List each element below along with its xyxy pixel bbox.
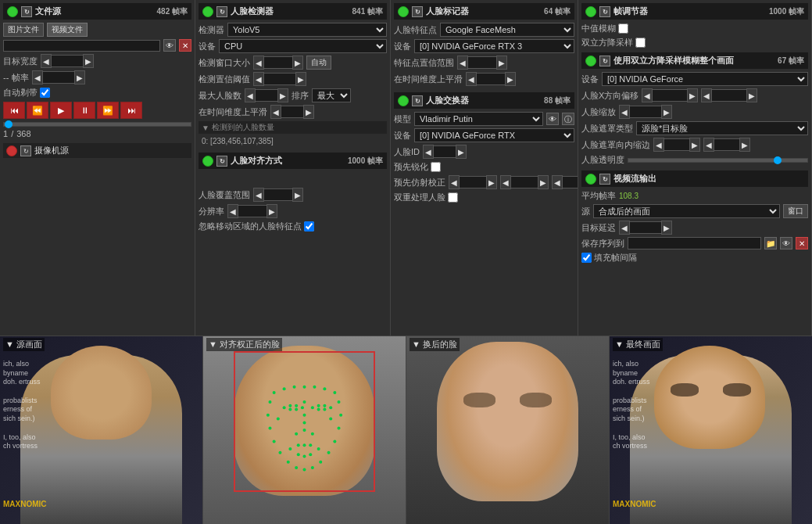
transport-play[interactable]: ▶ (50, 102, 72, 119)
range-incr[interactable]: ▶ (496, 56, 507, 70)
scale-decr[interactable]: ◀ (619, 105, 630, 119)
sync-swapper[interactable]: ↻ (412, 95, 423, 106)
model-info-btn[interactable]: ⓘ (562, 113, 574, 125)
auto-btn[interactable]: 自动 (306, 56, 331, 70)
opacity-slider[interactable] (628, 158, 808, 163)
camera-source-header[interactable]: ↻ 摄像机源 (3, 143, 191, 158)
sync-detector[interactable]: ↻ (216, 6, 227, 17)
tab-video-file[interactable]: 视频文件 (47, 23, 88, 37)
max-faces-incr[interactable]: ▶ (277, 88, 288, 102)
max-faces-decr[interactable]: ◀ (245, 88, 256, 102)
blur-input[interactable]: 25 (714, 138, 739, 151)
blur-incr[interactable]: ▶ (739, 138, 750, 152)
sync-marker[interactable]: ↻ (412, 6, 423, 17)
x-offset-incr[interactable]: ▶ (687, 88, 698, 102)
target-width-input[interactable]: 自动 (52, 55, 83, 67)
close-btn-file[interactable]: ✕ (179, 39, 191, 52)
eye-btn-file[interactable]: 👁 (163, 39, 176, 52)
sync-align[interactable]: ↻ (216, 156, 227, 167)
save-eye-btn[interactable]: 👁 (780, 237, 792, 249)
scale-input[interactable]: 1.00 (630, 106, 661, 118)
landmark-select[interactable]: Google FaceMesh (440, 23, 574, 37)
power-align[interactable] (202, 156, 213, 167)
power-detector[interactable] (202, 6, 213, 17)
swapper-device-select[interactable]: [0] NVIDIA GeForce RTX (414, 128, 574, 142)
target-width-decr[interactable]: ◀ (41, 54, 52, 68)
power-swapper[interactable] (398, 95, 409, 106)
face-id-decr[interactable]: ◀ (423, 145, 434, 159)
resolution-input[interactable]: 224 (238, 205, 266, 217)
power-bilinear[interactable] (585, 56, 596, 66)
power-camera[interactable] (6, 145, 17, 156)
preaff1-decr[interactable]: ◀ (449, 175, 460, 189)
sync-btn-file[interactable]: ↻ (21, 6, 32, 17)
preaff3-input[interactable]: 1.00 (563, 176, 578, 188)
marker-smooth-decr[interactable]: ◀ (466, 72, 477, 86)
fps-decr[interactable]: ◀ (32, 70, 43, 84)
save-close-btn[interactable]: ✕ (796, 237, 808, 249)
y-offset-input[interactable]: 0.000 (712, 89, 746, 102)
median-check[interactable] (618, 23, 628, 34)
mask-type-select[interactable]: 源脸*目标脸 (636, 121, 808, 135)
save-path-input[interactable]: ... (628, 237, 761, 249)
preaff1-incr[interactable]: ▶ (486, 175, 497, 189)
threshold-decr[interactable]: ◀ (253, 72, 264, 86)
threshold-input[interactable]: 0.50 (264, 73, 295, 85)
window-size-decr[interactable]: ◀ (253, 56, 264, 70)
bilateral-check[interactable] (635, 38, 646, 48)
sync-stream[interactable]: ↻ (599, 174, 610, 185)
transport-pause[interactable]: ⏸ (73, 102, 95, 119)
threshold-incr[interactable]: ▶ (295, 72, 306, 86)
sort-select[interactable]: 最大 (312, 88, 351, 102)
smooth-decr[interactable]: ◀ (270, 105, 281, 119)
sync-camera[interactable]: ↻ (20, 145, 31, 156)
target-width-incr[interactable]: ▶ (83, 54, 94, 68)
y-offset-incr[interactable]: ▶ (746, 88, 757, 102)
preaff2-input[interactable]: 1.00 (511, 176, 538, 188)
face-id-input[interactable]: 0 (434, 145, 456, 158)
range-input[interactable]: 1.3 (468, 56, 496, 69)
folder-btn[interactable]: 📁 (764, 237, 777, 249)
position-slider[interactable] (3, 122, 191, 127)
presharpen-check[interactable] (431, 162, 441, 172)
erode-incr[interactable]: ▶ (689, 138, 700, 152)
adjuster-device-select[interactable]: [0] NVIDIA GeForce (602, 72, 808, 86)
erode-input[interactable]: 5 (664, 138, 689, 151)
fill-frames-check[interactable] (581, 253, 592, 263)
sync-bilinear[interactable]: ↻ (599, 56, 610, 66)
power-adjuster[interactable] (585, 6, 596, 17)
fps-incr[interactable]: ▶ (74, 70, 85, 84)
transport-end[interactable]: ⏭ (120, 102, 142, 119)
marker-smooth-incr[interactable]: ▶ (505, 72, 516, 86)
range-decr[interactable]: ◀ (457, 56, 468, 70)
detector-select[interactable]: YoloV5 (227, 23, 387, 37)
preaff1-input[interactable]: 1.00 (460, 176, 486, 188)
smooth-incr[interactable]: ▶ (303, 105, 314, 119)
preaff2-incr[interactable]: ▶ (538, 175, 549, 189)
window-btn[interactable]: 窗口 (783, 204, 808, 218)
model-eye-btn[interactable]: 👁 (546, 113, 559, 125)
delay-input[interactable]: 500 (630, 221, 661, 234)
fps-input[interactable]: 自动 (43, 71, 74, 84)
power-stream[interactable] (585, 174, 596, 185)
transport-next[interactable]: ⏩ (97, 102, 119, 119)
delay-decr[interactable]: ◀ (619, 221, 630, 235)
filepath-input[interactable]: \DeepFaceLive\twitch1.mp4 (3, 40, 160, 52)
sync-adjuster[interactable]: ↻ (599, 6, 610, 17)
auto-loop-check[interactable] (40, 88, 50, 98)
stream-source-select[interactable]: 合成后的画面 (593, 204, 780, 218)
cover-input[interactable]: 2.2 (264, 188, 292, 201)
double-check[interactable] (448, 192, 458, 203)
device-select[interactable]: CPU (219, 39, 387, 53)
power-btn-file[interactable] (7, 6, 18, 17)
scale-incr[interactable]: ▶ (661, 105, 672, 119)
preaff3-decr[interactable]: ◀ (552, 175, 563, 189)
face-id-incr[interactable]: ▶ (456, 145, 467, 159)
max-faces-input[interactable]: 1 (256, 89, 277, 102)
ignore-moving-check[interactable] (304, 221, 314, 231)
x-offset-input[interactable]: 0.000 (653, 89, 687, 102)
delay-incr[interactable]: ▶ (661, 221, 672, 235)
cover-decr[interactable]: ◀ (253, 188, 264, 202)
cover-incr[interactable]: ▶ (292, 188, 303, 202)
marker-device-select[interactable]: [0] NVIDIA GeForce RTX 3 (414, 39, 574, 53)
